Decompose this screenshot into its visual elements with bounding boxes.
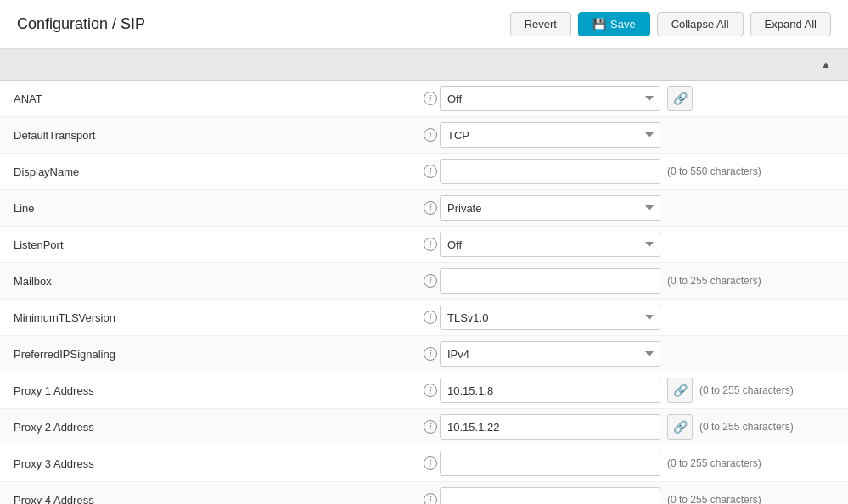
link-button-proxy2-address[interactable]: 🔗 [667, 414, 693, 440]
info-circle-display-name[interactable]: i [424, 165, 437, 178]
config-row-default-transport: DefaultTransportiTCPUDPTLS [0, 117, 848, 154]
info-circle-minimum-tls-version[interactable]: i [424, 311, 437, 324]
row-label-proxy4-address: Proxy 4 Address [14, 494, 421, 505]
input-proxy2-address[interactable] [440, 414, 660, 440]
input-proxy3-address[interactable] [440, 451, 660, 476]
info-circle-line[interactable]: i [424, 201, 437, 215]
info-circle-default-transport[interactable]: i [424, 128, 437, 142]
input-proxy1-address[interactable] [440, 378, 660, 403]
link-button-proxy1-address[interactable]: 🔗 [667, 378, 693, 403]
info-circle-proxy4-address[interactable]: i [424, 493, 437, 504]
hint-proxy3-address: (0 to 255 characters) [667, 457, 761, 469]
link-icon-proxy2-address: 🔗 [673, 420, 688, 434]
link-icon-proxy1-address: 🔗 [673, 384, 688, 397]
content-area: ANATiOffOn🔗DefaultTransportiTCPUDPTLSDis… [0, 81, 848, 504]
save-icon: 💾 [592, 18, 606, 31]
info-icon-proxy2-address[interactable]: i [421, 420, 440, 434]
config-row-line: LineiPrivatePublic [0, 190, 848, 227]
info-circle-preferred-ip-signaling[interactable]: i [424, 347, 437, 361]
info-icon-preferred-ip-signaling[interactable]: i [421, 347, 440, 361]
row-control-anat: OffOn🔗 [440, 86, 834, 111]
hint-mailbox: (0 to 255 characters) [667, 275, 761, 287]
info-icon-line[interactable]: i [421, 201, 440, 215]
section-header: ▲ [0, 49, 848, 81]
select-default-transport[interactable]: TCPUDPTLS [440, 122, 660, 148]
link-button-anat[interactable]: 🔗 [667, 86, 693, 111]
row-label-line: Line [14, 202, 421, 215]
row-control-minimum-tls-version: TLSv1.0TLSv1.1TLSv1.2 [440, 305, 834, 330]
info-icon-default-transport[interactable]: i [421, 128, 440, 142]
config-row-proxy1-address: Proxy 1 Addressi🔗(0 to 255 characters) [0, 372, 848, 409]
config-row-proxy3-address: Proxy 3 Addressi(0 to 255 characters) [0, 445, 848, 482]
row-label-proxy3-address: Proxy 3 Address [14, 457, 421, 470]
row-label-anat: ANAT [14, 92, 421, 105]
collapse-arrow[interactable]: ▲ [817, 56, 834, 73]
row-control-default-transport: TCPUDPTLS [440, 122, 834, 148]
row-label-minimum-tls-version: MinimumTLSVersion [14, 311, 421, 324]
row-label-preferred-ip-signaling: PreferredIPSignaling [14, 348, 421, 361]
row-label-default-transport: DefaultTransport [14, 129, 421, 142]
revert-button[interactable]: Revert [510, 12, 571, 36]
info-icon-mailbox[interactable]: i [421, 274, 440, 288]
select-anat[interactable]: OffOn [440, 86, 660, 111]
row-control-proxy2-address: 🔗(0 to 255 characters) [440, 414, 834, 440]
info-icon-proxy3-address[interactable]: i [421, 456, 440, 470]
page-wrapper: Configuration / SIP Revert 💾 Save Collap… [0, 0, 848, 504]
row-control-proxy1-address: 🔗(0 to 255 characters) [440, 378, 834, 403]
config-row-listen-port: ListenPortiOffOn [0, 227, 848, 263]
row-control-proxy4-address: (0 to 255 characters) [440, 487, 834, 504]
hint-proxy2-address: (0 to 255 characters) [699, 421, 794, 433]
select-minimum-tls-version[interactable]: TLSv1.0TLSv1.1TLSv1.2 [440, 305, 660, 330]
info-circle-proxy2-address[interactable]: i [424, 420, 437, 434]
info-circle-mailbox[interactable]: i [424, 274, 437, 288]
row-label-listen-port: ListenPort [14, 238, 421, 251]
row-label-proxy1-address: Proxy 1 Address [14, 384, 421, 397]
row-label-display-name: DisplayName [14, 165, 421, 178]
row-control-display-name: (0 to 550 characters) [440, 159, 834, 184]
info-circle-proxy1-address[interactable]: i [424, 384, 437, 397]
info-icon-listen-port[interactable]: i [421, 238, 440, 251]
info-icon-anat[interactable]: i [421, 92, 440, 105]
hint-proxy1-address: (0 to 255 characters) [699, 384, 794, 396]
collapse-all-button[interactable]: Collapse All [657, 12, 744, 36]
select-listen-port[interactable]: OffOn [440, 232, 660, 257]
info-icon-proxy4-address[interactable]: i [421, 493, 440, 504]
info-circle-anat[interactable]: i [424, 92, 437, 105]
save-button[interactable]: 💾 Save [578, 12, 650, 36]
row-control-mailbox: (0 to 255 characters) [440, 268, 834, 294]
row-label-mailbox: Mailbox [14, 275, 421, 288]
row-control-line: PrivatePublic [440, 195, 834, 221]
select-preferred-ip-signaling[interactable]: IPv4IPv6 [440, 341, 660, 367]
input-mailbox[interactable] [440, 268, 660, 294]
row-label-proxy2-address: Proxy 2 Address [14, 421, 421, 434]
config-row-minimum-tls-version: MinimumTLSVersioniTLSv1.0TLSv1.1TLSv1.2 [0, 300, 848, 336]
page-title: Configuration / SIP [17, 15, 145, 33]
config-row-mailbox: Mailboxi(0 to 255 characters) [0, 263, 848, 300]
row-control-listen-port: OffOn [440, 232, 834, 257]
config-row-proxy4-address: Proxy 4 Addressi(0 to 255 characters) [0, 482, 848, 504]
config-row-preferred-ip-signaling: PreferredIPSignalingiIPv4IPv6 [0, 336, 848, 372]
config-row-display-name: DisplayNamei(0 to 550 characters) [0, 154, 848, 190]
expand-all-button[interactable]: Expand All [750, 12, 831, 36]
hint-display-name: (0 to 550 characters) [667, 165, 761, 177]
row-control-preferred-ip-signaling: IPv4IPv6 [440, 341, 834, 367]
header-buttons: Revert 💾 Save Collapse All Expand All [510, 12, 831, 36]
hint-proxy4-address: (0 to 255 characters) [667, 494, 761, 504]
info-icon-minimum-tls-version[interactable]: i [421, 311, 440, 324]
info-icon-proxy1-address[interactable]: i [421, 384, 440, 397]
input-proxy4-address[interactable] [440, 487, 660, 504]
config-row-proxy2-address: Proxy 2 Addressi🔗(0 to 255 characters) [0, 409, 848, 445]
row-control-proxy3-address: (0 to 255 characters) [440, 451, 834, 476]
select-line[interactable]: PrivatePublic [440, 195, 660, 221]
info-icon-display-name[interactable]: i [421, 165, 440, 178]
input-display-name[interactable] [440, 159, 660, 184]
config-row-anat: ANATiOffOn🔗 [0, 81, 848, 117]
info-circle-listen-port[interactable]: i [424, 238, 437, 251]
link-icon-anat: 🔗 [673, 92, 688, 105]
page-header: Configuration / SIP Revert 💾 Save Collap… [0, 0, 848, 49]
info-circle-proxy3-address[interactable]: i [424, 456, 437, 470]
